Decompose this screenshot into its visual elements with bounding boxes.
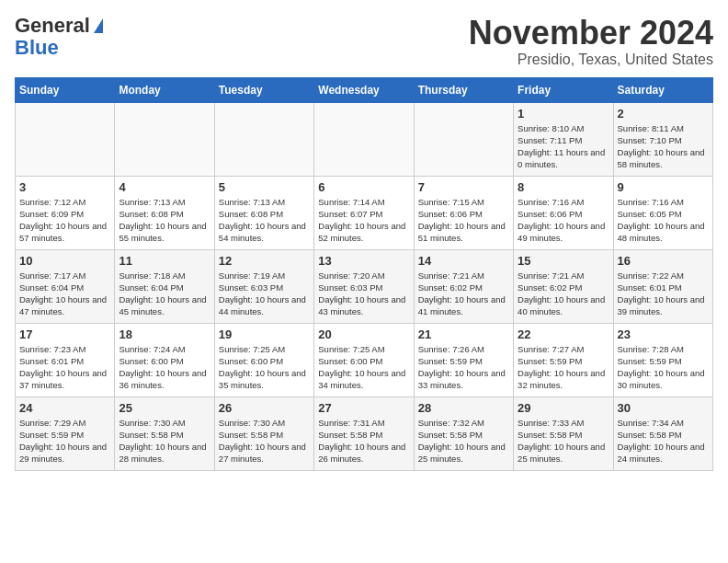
day-info: Sunrise: 7:18 AM Sunset: 6:04 PM Dayligh… [119, 270, 210, 318]
logo: General Blue [15, 15, 103, 59]
calendar-cell: 3Sunrise: 7:12 AM Sunset: 6:09 PM Daylig… [16, 176, 115, 249]
calendar-cell: 28Sunrise: 7:32 AM Sunset: 5:58 PM Dayli… [414, 396, 513, 470]
calendar-cell: 6Sunrise: 7:14 AM Sunset: 6:07 PM Daylig… [314, 176, 414, 249]
calendar-cell: 5Sunrise: 7:13 AM Sunset: 6:08 PM Daylig… [214, 176, 313, 249]
day-info: Sunrise: 7:19 AM Sunset: 6:03 PM Dayligh… [219, 270, 310, 318]
day-number: 13 [318, 254, 409, 268]
location-title: Presidio, Texas, United States [469, 52, 713, 68]
day-number: 12 [219, 254, 310, 268]
calendar-cell: 25Sunrise: 7:30 AM Sunset: 5:58 PM Dayli… [115, 396, 214, 470]
day-number: 8 [518, 180, 609, 194]
day-info: Sunrise: 7:13 AM Sunset: 6:08 PM Dayligh… [119, 196, 210, 245]
logo-blue-text: Blue [15, 37, 59, 59]
calendar-week-row: 3Sunrise: 7:12 AM Sunset: 6:09 PM Daylig… [16, 176, 713, 249]
day-info: Sunrise: 7:26 AM Sunset: 5:59 PM Dayligh… [418, 343, 509, 392]
logo-icon [94, 18, 103, 33]
day-number: 20 [318, 327, 409, 341]
weekday-header-thursday: Thursday [414, 77, 513, 102]
day-number: 3 [19, 180, 110, 194]
calendar-cell: 17Sunrise: 7:23 AM Sunset: 6:01 PM Dayli… [16, 323, 115, 396]
day-number: 28 [418, 401, 509, 415]
calendar-cell: 2Sunrise: 8:11 AM Sunset: 7:10 PM Daylig… [613, 102, 712, 176]
day-info: Sunrise: 8:11 AM Sunset: 7:10 PM Dayligh… [618, 122, 709, 171]
day-info: Sunrise: 7:21 AM Sunset: 6:02 PM Dayligh… [518, 270, 609, 318]
calendar-cell: 30Sunrise: 7:34 AM Sunset: 5:58 PM Dayli… [613, 396, 712, 470]
calendar-week-row: 24Sunrise: 7:29 AM Sunset: 5:59 PM Dayli… [16, 396, 713, 470]
day-info: Sunrise: 7:30 AM Sunset: 5:58 PM Dayligh… [219, 417, 310, 465]
day-number: 29 [518, 401, 609, 415]
calendar-cell: 8Sunrise: 7:16 AM Sunset: 6:06 PM Daylig… [514, 176, 613, 249]
weekday-header-tuesday: Tuesday [214, 77, 313, 102]
day-info: Sunrise: 7:25 AM Sunset: 6:00 PM Dayligh… [219, 343, 310, 392]
calendar-cell [16, 102, 115, 176]
calendar-cell: 10Sunrise: 7:17 AM Sunset: 6:04 PM Dayli… [16, 249, 115, 323]
day-number: 23 [618, 327, 709, 341]
calendar-cell: 9Sunrise: 7:16 AM Sunset: 6:05 PM Daylig… [613, 176, 712, 249]
day-number: 15 [518, 254, 609, 268]
day-number: 14 [418, 254, 509, 268]
calendar-cell [214, 102, 313, 176]
calendar-cell [115, 102, 214, 176]
calendar-cell: 14Sunrise: 7:21 AM Sunset: 6:02 PM Dayli… [414, 249, 513, 323]
weekday-header-row: SundayMondayTuesdayWednesdayThursdayFrid… [16, 77, 713, 102]
day-info: Sunrise: 7:28 AM Sunset: 5:59 PM Dayligh… [618, 343, 709, 392]
month-title: November 2024 [469, 15, 713, 52]
calendar-cell: 18Sunrise: 7:24 AM Sunset: 6:00 PM Dayli… [115, 323, 214, 396]
calendar-cell: 1Sunrise: 8:10 AM Sunset: 7:11 PM Daylig… [514, 102, 613, 176]
weekday-header-monday: Monday [115, 77, 214, 102]
day-info: Sunrise: 7:27 AM Sunset: 5:59 PM Dayligh… [518, 343, 609, 392]
day-number: 22 [518, 327, 609, 341]
calendar-cell: 15Sunrise: 7:21 AM Sunset: 6:02 PM Dayli… [514, 249, 613, 323]
calendar-cell: 27Sunrise: 7:31 AM Sunset: 5:58 PM Dayli… [314, 396, 414, 470]
day-info: Sunrise: 7:33 AM Sunset: 5:58 PM Dayligh… [518, 417, 609, 465]
weekday-header-friday: Friday [514, 77, 613, 102]
calendar-cell: 4Sunrise: 7:13 AM Sunset: 6:08 PM Daylig… [115, 176, 214, 249]
day-number: 10 [19, 254, 110, 268]
day-number: 6 [318, 180, 409, 194]
logo-general-text: General [15, 15, 90, 37]
calendar-cell: 26Sunrise: 7:30 AM Sunset: 5:58 PM Dayli… [214, 396, 313, 470]
day-number: 7 [418, 180, 509, 194]
day-number: 18 [119, 327, 210, 341]
day-info: Sunrise: 7:17 AM Sunset: 6:04 PM Dayligh… [19, 270, 110, 318]
calendar-cell: 12Sunrise: 7:19 AM Sunset: 6:03 PM Dayli… [214, 249, 313, 323]
day-info: Sunrise: 7:12 AM Sunset: 6:09 PM Dayligh… [19, 196, 110, 245]
day-number: 9 [618, 180, 709, 194]
calendar-cell [314, 102, 414, 176]
calendar-cell: 16Sunrise: 7:22 AM Sunset: 6:01 PM Dayli… [613, 249, 712, 323]
day-info: Sunrise: 7:16 AM Sunset: 6:05 PM Dayligh… [618, 196, 709, 245]
calendar-cell: 11Sunrise: 7:18 AM Sunset: 6:04 PM Dayli… [115, 249, 214, 323]
calendar-cell: 23Sunrise: 7:28 AM Sunset: 5:59 PM Dayli… [613, 323, 712, 396]
day-info: Sunrise: 7:20 AM Sunset: 6:03 PM Dayligh… [318, 270, 409, 318]
calendar-cell: 20Sunrise: 7:25 AM Sunset: 6:00 PM Dayli… [314, 323, 414, 396]
day-number: 1 [518, 107, 609, 121]
day-number: 17 [19, 327, 110, 341]
day-info: Sunrise: 7:34 AM Sunset: 5:58 PM Dayligh… [618, 417, 709, 465]
day-number: 11 [119, 254, 210, 268]
weekday-header-wednesday: Wednesday [314, 77, 414, 102]
header: General Blue November 2024 Presidio, Tex… [15, 15, 713, 68]
calendar-cell: 29Sunrise: 7:33 AM Sunset: 5:58 PM Dayli… [514, 396, 613, 470]
day-number: 24 [19, 401, 110, 415]
day-info: Sunrise: 7:32 AM Sunset: 5:58 PM Dayligh… [418, 417, 509, 465]
day-info: Sunrise: 7:23 AM Sunset: 6:01 PM Dayligh… [19, 343, 110, 392]
day-info: Sunrise: 8:10 AM Sunset: 7:11 PM Dayligh… [518, 122, 609, 171]
calendar-cell: 21Sunrise: 7:26 AM Sunset: 5:59 PM Dayli… [414, 323, 513, 396]
calendar-cell [414, 102, 513, 176]
day-info: Sunrise: 7:22 AM Sunset: 6:01 PM Dayligh… [618, 270, 709, 318]
day-number: 19 [219, 327, 310, 341]
calendar-cell: 22Sunrise: 7:27 AM Sunset: 5:59 PM Dayli… [514, 323, 613, 396]
calendar-cell: 7Sunrise: 7:15 AM Sunset: 6:06 PM Daylig… [414, 176, 513, 249]
day-number: 27 [318, 401, 409, 415]
day-info: Sunrise: 7:13 AM Sunset: 6:08 PM Dayligh… [219, 196, 310, 245]
day-number: 5 [219, 180, 310, 194]
weekday-header-sunday: Sunday [16, 77, 115, 102]
day-number: 25 [119, 401, 210, 415]
day-info: Sunrise: 7:16 AM Sunset: 6:06 PM Dayligh… [518, 196, 609, 245]
calendar-cell: 19Sunrise: 7:25 AM Sunset: 6:00 PM Dayli… [214, 323, 313, 396]
day-number: 26 [219, 401, 310, 415]
day-info: Sunrise: 7:31 AM Sunset: 5:58 PM Dayligh… [318, 417, 409, 465]
logo-text: General [15, 15, 103, 37]
day-number: 4 [119, 180, 210, 194]
title-area: November 2024 Presidio, Texas, United St… [469, 15, 713, 68]
